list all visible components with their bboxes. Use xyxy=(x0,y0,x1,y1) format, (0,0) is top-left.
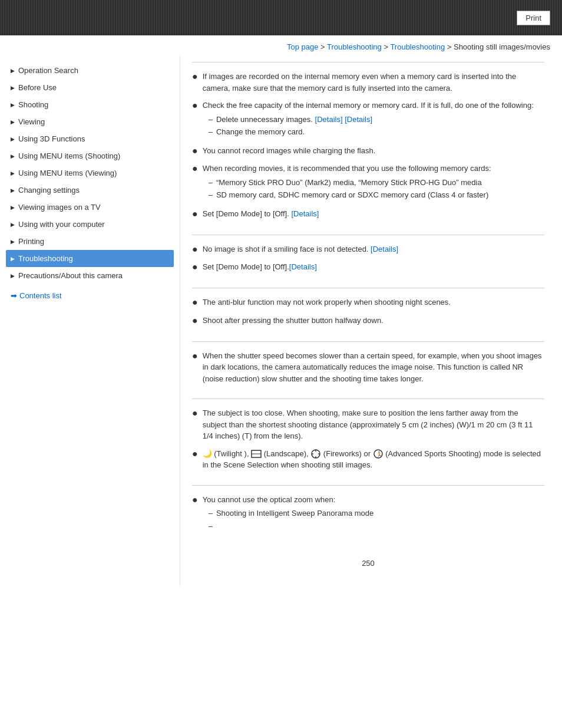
details-link[interactable]: [Details] xyxy=(289,262,317,271)
sidebar-item-10[interactable]: ▶Printing xyxy=(6,233,174,250)
sidebar-item-label: Operation Search xyxy=(18,66,78,75)
sub-list-item: – Change the memory card. xyxy=(209,126,544,138)
bullet-icon: ● xyxy=(192,243,198,256)
list-item: ● No image is shot if a smiling face is … xyxy=(192,243,544,256)
bullet-icon: ● xyxy=(192,208,198,220)
sidebar-item-4[interactable]: ▶Using 3D Functions xyxy=(6,130,174,147)
bullet-icon: ● xyxy=(192,350,198,363)
list-item: ● Set [Demo Mode] to [Off].[Details] xyxy=(192,261,544,274)
page-number: 250 xyxy=(192,547,544,574)
breadcrumb: Top page > Troubleshooting > Troubleshoo… xyxy=(0,35,562,56)
list-item: ● The anti-blur function may not work pr… xyxy=(192,297,544,309)
contents-list-label: Contents list xyxy=(19,291,62,300)
sub-list-item: – SD memory card, SDHC memory card or SD… xyxy=(209,189,544,201)
sidebar-item-label: Printing xyxy=(18,237,44,246)
details-link[interactable]: [Details] xyxy=(315,115,343,124)
breadcrumb-troubleshooting1[interactable]: Troubleshooting xyxy=(327,42,382,51)
bullet-text: When the shutter speed becomes slower th… xyxy=(203,350,544,385)
arrow-icon: ▶ xyxy=(11,187,15,193)
sidebar-item-3[interactable]: ▶Viewing xyxy=(6,113,174,130)
sub-list-item: – “Memory Stick PRO Duo” (Mark2) media, … xyxy=(209,177,544,189)
bullet-icon: ● xyxy=(192,145,198,157)
list-item: ● You cannot record images while chargin… xyxy=(192,145,544,157)
list-item: ● Shoot after pressing the shutter butto… xyxy=(192,315,544,327)
list-item: ● The subject is too close. When shootin… xyxy=(192,407,544,442)
sidebar-item-0[interactable]: ▶Operation Search xyxy=(6,62,174,79)
section-noise: ● When the shutter speed becomes slower … xyxy=(192,341,544,399)
sidebar-item-12[interactable]: ▶Precautions/About this camera xyxy=(6,267,174,284)
bullet-text: Check the free capacity of the internal … xyxy=(203,100,544,139)
bullet-text: Set [Demo Mode] to [Off].[Details] xyxy=(203,261,544,273)
bullet-text: Shoot after pressing the shutter button … xyxy=(203,315,544,327)
bullet-text: No image is shot if a smiling face is no… xyxy=(203,243,544,255)
sidebar-item-6[interactable]: ▶Using MENU items (Viewing) xyxy=(6,164,174,182)
breadcrumb-top-page[interactable]: Top page xyxy=(287,42,319,51)
section-zoom: ● You cannot use the optical zoom when: … xyxy=(192,485,544,548)
list-item: ● When the shutter speed becomes slower … xyxy=(192,350,544,385)
arrow-icon: ▶ xyxy=(11,205,15,210)
bullet-text: The subject is too close. When shooting,… xyxy=(203,407,544,442)
bullet-icon: ● xyxy=(192,163,198,175)
list-item: ● If images are recorded on the internal… xyxy=(192,71,544,94)
section-smile: ● No image is shot if a smiling face is … xyxy=(192,235,544,288)
list-item: ● 🌙 (Twilight ), (Landscape), (Fireworks… xyxy=(192,448,544,471)
bullet-text: 🌙 (Twilight ), (Landscape), (Fireworks) … xyxy=(203,448,544,471)
sidebar-item-9[interactable]: ▶Using with your computer xyxy=(6,216,174,233)
list-item: ● Check the free capacity of the interna… xyxy=(192,100,544,139)
sidebar-item-1[interactable]: ▶Before Use xyxy=(6,79,174,96)
bullet-icon: ● xyxy=(192,71,198,83)
sidebar-item-label: Troubleshooting xyxy=(18,254,73,263)
main-content: ● If images are recorded on the internal… xyxy=(180,56,556,585)
breadcrumb-current: Shooting still images/movies xyxy=(454,42,550,51)
sidebar-item-label: Shooting xyxy=(18,100,48,109)
sidebar-item-2[interactable]: ▶Shooting xyxy=(6,96,174,113)
arrow-icon: ▶ xyxy=(11,239,15,245)
sub-list-item: – Delete unnecessary images. [Details] [… xyxy=(209,114,544,126)
bullet-icon: ● xyxy=(192,315,198,327)
sub-list: – “Memory Stick PRO Duo” (Mark2) media, … xyxy=(209,177,544,201)
bullet-icon: ● xyxy=(192,448,198,460)
section-blur: ● The anti-blur function may not work pr… xyxy=(192,288,544,341)
sidebar-item-label: Using MENU items (Shooting) xyxy=(18,151,120,160)
sidebar-item-7[interactable]: ▶Changing settings xyxy=(6,182,174,199)
breadcrumb-troubleshooting2[interactable]: Troubleshooting xyxy=(390,42,445,51)
arrow-icon: ▶ xyxy=(11,85,15,91)
bullet-text: You cannot use the optical zoom when: – … xyxy=(203,494,544,533)
details-link[interactable]: [Details] xyxy=(371,245,398,253)
sidebar-item-8[interactable]: ▶Viewing images on a TV xyxy=(6,199,174,216)
print-button[interactable]: Print xyxy=(517,11,550,25)
bullet-text: You cannot record images while charging … xyxy=(203,145,544,157)
sidebar-item-label: Changing settings xyxy=(18,186,80,195)
section-close: ● The subject is too close. When shootin… xyxy=(192,398,544,485)
sidebar-item-label: Precautions/About this camera xyxy=(18,271,123,280)
sidebar-item-11[interactable]: ▶Troubleshooting xyxy=(6,250,174,267)
arrow-icon: ▶ xyxy=(11,102,15,108)
sidebar-item-5[interactable]: ▶Using MENU items (Shooting) xyxy=(6,147,174,164)
sub-list: – Delete unnecessary images. [Details] [… xyxy=(209,114,544,138)
list-item: ● You cannot use the optical zoom when: … xyxy=(192,494,544,533)
details-link[interactable]: [Details] xyxy=(291,209,319,218)
sidebar-item-label: Viewing xyxy=(18,117,45,126)
bullet-text: When recording movies, it is recommended… xyxy=(203,163,544,202)
bullet-icon: ● xyxy=(192,297,198,309)
section-memory: ● If images are recorded on the internal… xyxy=(192,62,544,235)
bullet-icon: ● xyxy=(192,261,198,274)
header-bar: Print xyxy=(0,0,562,35)
sidebar-item-label: Before Use xyxy=(18,83,57,92)
arrow-icon: ▶ xyxy=(11,170,15,176)
bullet-icon: ● xyxy=(192,100,198,112)
sidebar-item-label: Viewing images on a TV xyxy=(18,203,101,212)
contents-list-link[interactable]: ➡ Contents list xyxy=(6,286,174,305)
arrow-right-icon: ➡ xyxy=(11,291,17,300)
svg-text:🏃: 🏃 xyxy=(376,451,383,458)
details-link-2[interactable]: [Details] xyxy=(345,115,372,124)
arrow-icon: ▶ xyxy=(11,136,15,142)
arrow-icon: ▶ xyxy=(11,256,15,262)
bullet-text: The anti-blur function may not work prop… xyxy=(203,297,544,308)
bullet-text: If images are recorded on the internal m… xyxy=(203,71,544,94)
list-item: ● Set [Demo Mode] to [Off]. [Details] xyxy=(192,208,544,220)
list-item: ● When recording movies, it is recommend… xyxy=(192,163,544,202)
sidebar: ▶Operation Search▶Before Use▶Shooting▶Vi… xyxy=(6,56,174,585)
arrow-icon: ▶ xyxy=(11,273,15,279)
bullet-text: Set [Demo Mode] to [Off]. [Details] xyxy=(203,208,544,220)
